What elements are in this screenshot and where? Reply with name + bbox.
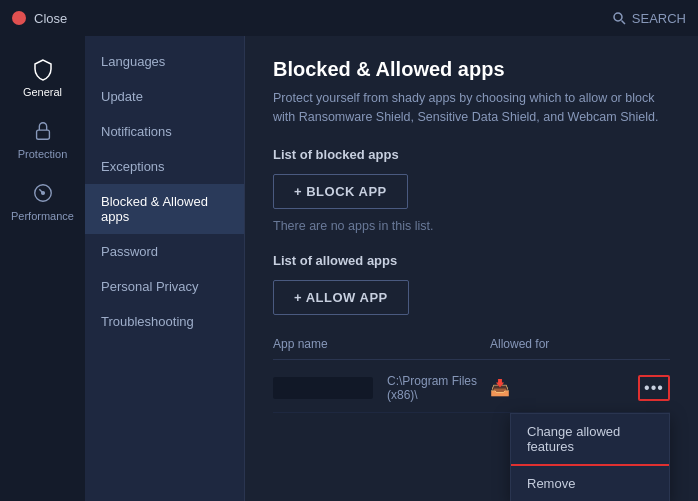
ellipsis-icon: ••• — [644, 379, 664, 397]
shield-icon — [30, 56, 56, 82]
app-icon-thumbnail — [273, 377, 373, 399]
empty-blocked-text: There are no apps in this list. — [273, 219, 670, 233]
allow-app-button[interactable]: + ALLOW APP — [273, 280, 409, 315]
search-icon — [612, 11, 626, 25]
close-label: Close — [34, 11, 67, 26]
search-label: SEARCH — [632, 11, 686, 26]
main-body: General Protection — [0, 36, 698, 501]
sidebar-item-general[interactable]: General — [0, 46, 85, 108]
sidebar: General Protection — [0, 36, 85, 501]
table-header: App name Allowed for — [273, 329, 670, 360]
sidebar-label-performance: Performance — [11, 210, 74, 222]
title-bar-left: Close — [12, 11, 67, 26]
col-header-allowed-for: Allowed for — [490, 337, 610, 351]
sidebar-label-general: General — [23, 86, 62, 98]
close-icon[interactable] — [12, 11, 26, 25]
change-allowed-features-item[interactable]: Change allowed features — [511, 414, 669, 464]
lock-icon — [30, 118, 56, 144]
remove-item[interactable]: Remove — [511, 464, 669, 501]
gauge-icon — [30, 180, 56, 206]
nav-update[interactable]: Update — [85, 79, 244, 114]
col-header-actions — [610, 337, 670, 351]
title-bar: Close SEARCH — [0, 0, 698, 36]
svg-rect-2 — [36, 130, 49, 139]
sidebar-item-performance[interactable]: Performance — [0, 170, 85, 232]
sidebar-item-protection[interactable]: Protection — [0, 108, 85, 170]
blocked-section-label: List of blocked apps — [273, 147, 670, 162]
webcam-icon: 📥 — [490, 378, 510, 397]
block-app-button[interactable]: + BLOCK APP — [273, 174, 408, 209]
svg-point-0 — [614, 13, 622, 21]
content-area: Blocked & Allowed apps Protect yourself … — [245, 36, 698, 501]
nav-panel: Languages Update Notifications Exception… — [85, 36, 245, 501]
nav-personal-privacy[interactable]: Personal Privacy — [85, 269, 244, 304]
app-window: Close SEARCH General — [0, 0, 698, 501]
nav-exceptions[interactable]: Exceptions — [85, 149, 244, 184]
svg-point-4 — [41, 192, 44, 195]
nav-blocked-allowed[interactable]: Blocked & Allowed apps — [85, 184, 244, 234]
actions-cell: ••• Change allowed features Remove — [610, 375, 670, 401]
content-description: Protect yourself from shady apps by choo… — [273, 89, 670, 127]
table-row: C:\Program Files (x86)\ 📥 ••• Change all… — [273, 364, 670, 413]
page-title: Blocked & Allowed apps — [273, 58, 670, 81]
col-header-app-name: App name — [273, 337, 490, 351]
nav-password[interactable]: Password — [85, 234, 244, 269]
nav-troubleshooting[interactable]: Troubleshooting — [85, 304, 244, 339]
allowed-for-cell: 📥 — [490, 378, 610, 397]
sidebar-label-protection: Protection — [18, 148, 68, 160]
nav-languages[interactable]: Languages — [85, 44, 244, 79]
more-options-button[interactable]: ••• — [638, 375, 670, 401]
nav-notifications[interactable]: Notifications — [85, 114, 244, 149]
app-path: C:\Program Files (x86)\ — [387, 374, 490, 402]
search-button[interactable]: SEARCH — [612, 11, 686, 26]
dropdown-menu: Change allowed features Remove — [510, 413, 670, 502]
allowed-section: List of allowed apps + ALLOW APP App nam… — [273, 253, 670, 413]
svg-line-1 — [621, 21, 625, 25]
allowed-section-label: List of allowed apps — [273, 253, 670, 268]
